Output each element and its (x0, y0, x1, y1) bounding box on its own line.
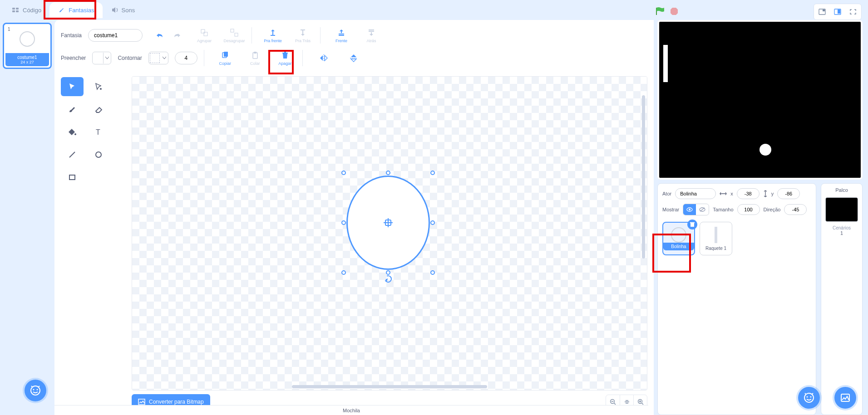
svg-rect-18 (369, 31, 374, 32)
svg-point-51 (33, 389, 35, 391)
size-input[interactable] (737, 204, 760, 215)
circle-tool[interactable] (87, 145, 110, 164)
stage-small-button[interactable] (816, 6, 829, 18)
delete-button[interactable]: Apagar (274, 51, 296, 66)
svg-line-41 (641, 403, 643, 405)
backward-button[interactable]: Pra Trás (292, 28, 314, 43)
sprite-item-bolinha[interactable]: Bolinha (662, 222, 695, 255)
back-button[interactable]: Atrás (360, 28, 382, 43)
outline-label: Contornar (118, 55, 142, 61)
svg-rect-20 (224, 52, 228, 57)
x-label: x (730, 191, 733, 196)
delete-sprite-button[interactable] (687, 220, 697, 229)
copy-icon (221, 51, 230, 60)
ungroup-icon (230, 28, 239, 37)
run-controls (655, 6, 679, 16)
svg-rect-23 (282, 53, 288, 54)
front-button[interactable]: Frente (330, 28, 352, 43)
tab-costumes[interactable]: Fantasias (49, 2, 102, 18)
paddle-thumbnail-icon (715, 227, 717, 243)
eye-visible-icon (683, 204, 696, 215)
svg-point-45 (689, 209, 690, 210)
y-label: y (771, 191, 774, 196)
forward-button[interactable]: Pra frente (262, 28, 284, 43)
flip-horizontal-icon (319, 54, 328, 63)
fill-tool[interactable] (61, 122, 84, 142)
svg-rect-22 (254, 52, 256, 54)
svg-rect-48 (690, 223, 694, 227)
redo-button[interactable] (171, 30, 183, 41)
actor-name-input[interactable] (675, 188, 716, 199)
svg-point-28 (74, 133, 76, 135)
svg-rect-13 (271, 35, 275, 36)
tab-sounds[interactable]: Sons (103, 2, 143, 18)
stop-button[interactable] (669, 6, 679, 16)
sound-icon (111, 7, 119, 13)
y-input[interactable] (777, 188, 800, 199)
direction-input[interactable] (784, 204, 807, 215)
rectangle-tool[interactable] (61, 168, 84, 187)
bitmap-icon (138, 399, 145, 405)
x-input[interactable] (737, 188, 760, 199)
top-tabs: Código Fantasias Sons (0, 0, 868, 20)
tool-palette: T (61, 77, 115, 187)
flip-vertical-button[interactable] (343, 54, 365, 63)
actor-label: Ator (662, 191, 671, 196)
fill-color-picker[interactable] (92, 52, 111, 64)
chevron-down-icon (104, 53, 111, 63)
select-tool[interactable] (61, 77, 84, 96)
back-icon (367, 28, 376, 37)
line-tool[interactable] (61, 145, 84, 164)
svg-point-55 (810, 396, 812, 398)
costume-size-label: 24 x 27 (5, 60, 49, 64)
canvas-scrollbar-vertical[interactable] (642, 95, 645, 258)
add-costume-button[interactable] (25, 380, 46, 401)
text-tool[interactable]: T (87, 122, 110, 142)
flip-horizontal-button[interactable] (313, 54, 335, 63)
eye-hidden-icon (696, 204, 709, 215)
undo-button[interactable] (153, 30, 166, 41)
outline-width-input[interactable] (175, 52, 197, 64)
svg-rect-16 (339, 35, 344, 36)
fill-label: Preencher (61, 55, 86, 61)
ungroup-button[interactable]: Desagrupar (223, 28, 245, 43)
svg-rect-12 (235, 33, 238, 36)
paste-button[interactable]: Colar (244, 51, 266, 66)
sprite-item-raquete[interactable]: Raquete 1 (700, 222, 732, 255)
green-flag-button[interactable] (655, 6, 665, 16)
costume-name-input[interactable] (88, 29, 143, 42)
backdrops-label: Cenários (833, 225, 851, 230)
outline-color-picker[interactable] (148, 52, 168, 64)
reshape-tool[interactable] (87, 77, 110, 96)
backpack-bar[interactable]: Mochila (54, 405, 648, 415)
stage-full-button[interactable] (847, 6, 859, 18)
stage-preview[interactable] (657, 20, 863, 180)
sprite-info-panel: Ator x y Mostrar Tamanho (657, 183, 816, 415)
svg-text:T: T (96, 128, 100, 136)
svg-rect-2 (12, 10, 15, 12)
code-icon (12, 7, 20, 13)
tab-code[interactable]: Código (4, 2, 49, 18)
selection-box[interactable] (344, 173, 433, 273)
backdrop-thumbnail (825, 197, 858, 222)
canvas-scrollbar-horizontal[interactable] (292, 385, 488, 388)
direction-label: Direção (764, 207, 781, 212)
svg-rect-11 (231, 29, 234, 32)
group-button[interactable]: Agrupar (193, 28, 215, 43)
add-sprite-button[interactable] (798, 387, 820, 409)
ball-thumbnail-icon (671, 227, 686, 243)
stage-large-button[interactable] (831, 6, 844, 18)
costume-list-item[interactable]: 1 costume1 24 x 27 (3, 23, 52, 69)
svg-rect-6 (823, 10, 825, 11)
chevron-down-icon (161, 53, 168, 63)
visibility-toggle[interactable] (683, 204, 709, 215)
brush-tool[interactable] (61, 100, 84, 119)
copy-button[interactable]: Copiar (214, 51, 236, 66)
forward-icon (268, 28, 277, 37)
svg-rect-15 (339, 34, 344, 34)
eraser-tool[interactable] (87, 100, 110, 119)
paint-canvas[interactable] (132, 76, 647, 391)
stage-selector[interactable]: Palco Cenários 1 (821, 183, 863, 415)
svg-rect-49 (690, 222, 695, 223)
add-backdrop-button[interactable] (834, 387, 856, 409)
